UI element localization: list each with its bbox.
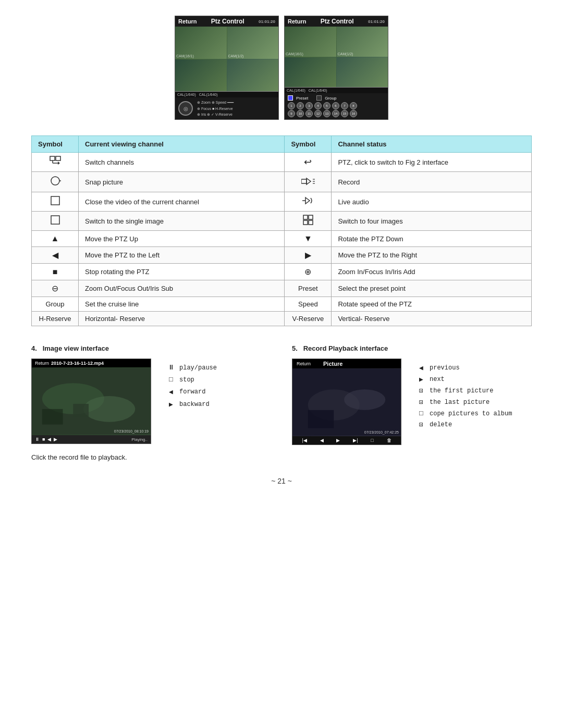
delete-label: delete bbox=[430, 421, 452, 428]
sym2-row10: V-Reserve bbox=[285, 312, 332, 326]
pv-last-btn[interactable]: ▶| bbox=[353, 438, 358, 443]
picture-viewer-row: Return Picture CAM(08/001) 07/23/2010_07… bbox=[292, 359, 532, 445]
ptz-left-icon: ◀ bbox=[52, 250, 58, 260]
section-5: 5. Record Playback interface Return Pict… bbox=[292, 344, 532, 461]
preset-2: 2 bbox=[297, 102, 304, 109]
right-device-screenshot: Return Ptz Control 01:01:20 CAM(16/1) CA… bbox=[284, 16, 388, 120]
svg-rect-19 bbox=[309, 220, 313, 225]
col-header-symbol2: Symbol bbox=[285, 136, 332, 153]
sym1-row3 bbox=[32, 192, 79, 212]
ch2-row4: Switch to four images bbox=[332, 212, 532, 231]
ch1-row9: Set the cruise line bbox=[79, 297, 285, 312]
play-pause-icon: ⏸ bbox=[167, 364, 175, 372]
sym2-row8: Preset bbox=[285, 280, 332, 297]
left-device-bottom: ◎ ⊕ Zoom ⊕ Speed ━━━ ⊕ Focus ■ H-Reserve… bbox=[175, 97, 278, 119]
pv-prev-btn[interactable]: ◀ bbox=[320, 438, 324, 443]
table-row: Group Set the cruise line Speed Rotate s… bbox=[32, 297, 532, 312]
vp-return: Return bbox=[35, 361, 49, 366]
pv-first-btn[interactable]: |◀ bbox=[302, 438, 307, 443]
vp-stop-btn[interactable]: ■ bbox=[42, 437, 45, 442]
sym1-row8: ⊖ bbox=[32, 280, 79, 297]
picture-content: CAM(08/001) 07/23/2010_07:42:25 bbox=[292, 368, 401, 436]
sym1-row10: H-Reserve bbox=[32, 312, 79, 326]
pic-ctrl-next: ▶ next bbox=[417, 375, 512, 384]
right-device-header: Return Ptz Control 01:01:20 bbox=[285, 16, 388, 27]
table-row: Snap picture Record bbox=[32, 172, 532, 192]
picture-viewer-header: Return Picture bbox=[292, 359, 401, 368]
stop-icon: □ bbox=[167, 376, 175, 384]
svg-rect-17 bbox=[309, 215, 313, 219]
ptz-up-icon: ▲ bbox=[51, 234, 59, 243]
ch1-row8: Zoom Out/Focus Out/Iris Sub bbox=[79, 280, 285, 297]
stop-ptz-icon: ■ bbox=[53, 267, 58, 277]
preset-11: 11 bbox=[305, 110, 313, 117]
grid-cell-1: CAM(16/1) bbox=[175, 27, 227, 59]
ch2-row5: Rotate the PTZ Down bbox=[332, 231, 532, 247]
preset-9: 9 bbox=[288, 110, 295, 117]
backward-label: backward bbox=[179, 401, 210, 408]
ch2-row10: Vertical- Reserve bbox=[332, 312, 532, 326]
page-number: ~ 21 ~ bbox=[31, 477, 532, 485]
table-row: ⊖ Zoom Out/Focus Out/Iris Sub Preset Sel… bbox=[32, 280, 532, 297]
pv-delete-btn[interactable]: 🗑 bbox=[387, 438, 391, 443]
pv-copy-btn[interactable]: □ bbox=[371, 438, 373, 443]
vp-forward-btn[interactable]: ▶ bbox=[54, 437, 57, 442]
preset-14: 14 bbox=[332, 110, 339, 117]
forward-icon: ◀ bbox=[167, 388, 175, 396]
ch2-row3: Live audio bbox=[332, 192, 532, 212]
svg-rect-0 bbox=[50, 156, 55, 161]
close-video-icon bbox=[51, 196, 60, 207]
preset-row: Preset Group bbox=[288, 95, 385, 101]
vp-timestamp: 07/23/2010_08:10:19 bbox=[114, 429, 149, 433]
preset-15: 15 bbox=[341, 110, 348, 117]
preset-4: 4 bbox=[314, 102, 322, 109]
left-device-header: Return Ptz Control 01:01:20 bbox=[175, 16, 278, 27]
ch1-row1: Switch channels bbox=[79, 153, 285, 172]
svg-rect-1 bbox=[56, 156, 60, 161]
ptz-switch-icon: ↩ bbox=[304, 156, 312, 168]
sym2-row3 bbox=[285, 192, 332, 212]
preset-7: 7 bbox=[341, 102, 348, 109]
click-note: Click the record file to playback. bbox=[31, 453, 271, 461]
group-text-label: Group bbox=[45, 300, 64, 308]
grid-cell-3 bbox=[175, 59, 227, 92]
right-return-label: Return bbox=[288, 18, 306, 24]
cam-label-2: CAM(1/2) bbox=[228, 54, 244, 58]
right-cam-label-1: CAM(16/1) bbox=[286, 52, 303, 56]
left-return-label: Return bbox=[178, 18, 197, 24]
pv-next-btn[interactable]: ▶ bbox=[336, 438, 340, 443]
picture-scene-svg bbox=[292, 368, 401, 436]
right-grid-cell-4 bbox=[337, 57, 388, 88]
preset-5: 5 bbox=[323, 102, 331, 109]
pic-ctrl-copy: □ cope pictures to album bbox=[417, 410, 512, 417]
col-header-current-channel: Current viewing channel bbox=[79, 136, 285, 153]
pic-ctrl-first: ⊡ the first picture bbox=[417, 387, 512, 395]
vp-rewind-btn[interactable]: ◀ bbox=[47, 437, 51, 442]
section-4-title: 4. Image view interface bbox=[31, 344, 271, 352]
sym1-row4 bbox=[32, 212, 79, 231]
vp-buttons: ⏸ ■ ◀ ▶ bbox=[35, 437, 57, 442]
table-row: H-Reserve Horizontal- Reserve V-Reserve … bbox=[32, 312, 532, 326]
sym1-row5: ▲ bbox=[32, 231, 79, 247]
svg-marker-8 bbox=[307, 178, 311, 184]
svg-point-22 bbox=[83, 396, 135, 422]
ch1-row10: Horizontal- Reserve bbox=[79, 312, 285, 326]
forward-label: forward bbox=[179, 388, 205, 396]
vp-play-pause-btn[interactable]: ⏸ bbox=[35, 437, 40, 442]
control-stop: □ stop bbox=[167, 376, 217, 384]
preset-label: Preset bbox=[296, 96, 308, 101]
pic-ctrl-delete: ⊡ delete bbox=[417, 421, 512, 429]
table-row: Switch channels ↩ PTZ, click to switch t… bbox=[32, 153, 532, 172]
section-5-heading: Record Playback interface bbox=[303, 344, 388, 352]
sym1-row9: Group bbox=[32, 297, 79, 312]
zoom-in-icon: ⊕ bbox=[304, 267, 311, 277]
last-picture-icon: ⊡ bbox=[417, 398, 425, 406]
preset-3: 3 bbox=[305, 102, 313, 109]
copy-pictures-label: cope pictures to album bbox=[430, 410, 512, 417]
svg-rect-16 bbox=[303, 215, 308, 219]
svg-point-27 bbox=[344, 389, 385, 410]
first-picture-icon: ⊡ bbox=[417, 387, 425, 395]
svg-rect-7 bbox=[301, 179, 307, 183]
bottom-sections: 4. Image view interface Return 2010-7-23… bbox=[31, 344, 532, 461]
preset-1: 1 bbox=[288, 102, 295, 109]
